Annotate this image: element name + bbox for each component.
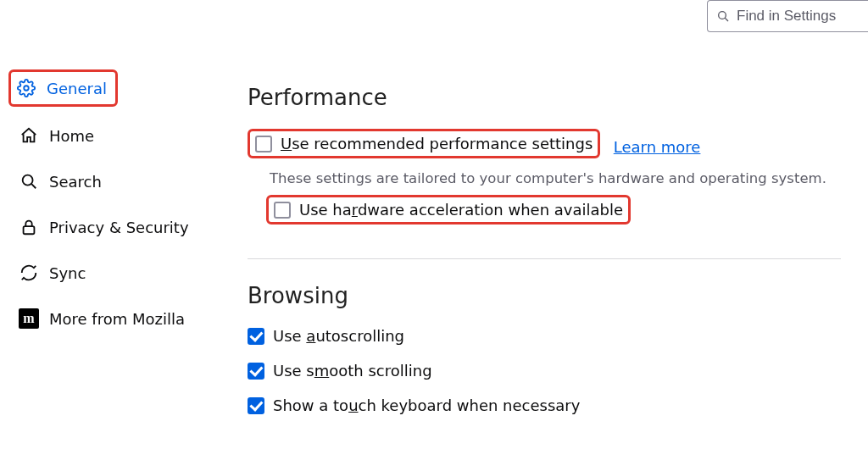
search-icon bbox=[716, 6, 737, 26]
sidebar-item-privacy[interactable]: Privacy & Security bbox=[12, 210, 207, 244]
svg-line-4 bbox=[31, 184, 36, 188]
settings-sidebar: General Home Search Privacy & Security S… bbox=[12, 69, 207, 347]
recommended-perf-highlight: Use recommended performance settings bbox=[248, 129, 600, 158]
search-icon bbox=[19, 171, 39, 191]
gear-icon bbox=[16, 78, 36, 98]
checkbox-label-smooth-scroll[interactable]: Use smooth scrolling bbox=[273, 362, 432, 380]
performance-description: These settings are tailored to your comp… bbox=[270, 170, 841, 186]
checkbox-label-hw-accel[interactable]: Use hardware acceleration when available bbox=[299, 201, 623, 219]
svg-rect-5 bbox=[24, 226, 35, 234]
checkbox-touch-keyboard[interactable] bbox=[248, 397, 264, 414]
performance-heading: Performance bbox=[248, 85, 841, 110]
sidebar-item-more-mozilla[interactable]: m More from Mozilla bbox=[12, 302, 207, 335]
checkbox-label-recommended-perf[interactable]: Use recommended performance settings bbox=[281, 135, 593, 152]
section-divider bbox=[248, 258, 841, 259]
lock-icon bbox=[19, 217, 39, 237]
sidebar-item-home[interactable]: Home bbox=[12, 119, 207, 152]
svg-line-1 bbox=[725, 18, 728, 21]
sidebar-item-label: Privacy & Security bbox=[49, 219, 189, 236]
mozilla-icon: m bbox=[19, 308, 39, 329]
sidebar-item-label: Sync bbox=[49, 264, 86, 282]
svg-point-2 bbox=[24, 86, 29, 91]
settings-search[interactable] bbox=[707, 0, 868, 32]
checkbox-smooth-scroll[interactable] bbox=[248, 363, 264, 380]
sidebar-item-general[interactable]: General bbox=[8, 69, 118, 107]
hw-accel-highlight: Use hardware acceleration when available bbox=[266, 195, 631, 224]
checkbox-label-touch-keyboard[interactable]: Show a touch keyboard when necessary bbox=[273, 396, 580, 414]
sidebar-item-label: Home bbox=[49, 127, 94, 145]
checkbox-autoscroll[interactable] bbox=[248, 328, 264, 345]
search-input[interactable] bbox=[737, 8, 860, 25]
sidebar-item-label: General bbox=[47, 80, 107, 97]
svg-point-0 bbox=[719, 12, 726, 19]
sidebar-item-label: More from Mozilla bbox=[49, 310, 185, 328]
checkbox-recommended-perf[interactable] bbox=[255, 136, 272, 152]
checkbox-label-autoscroll[interactable]: Use autoscrolling bbox=[273, 327, 404, 345]
sidebar-item-sync[interactable]: Sync bbox=[12, 256, 207, 290]
sync-icon bbox=[19, 263, 39, 283]
home-icon bbox=[19, 125, 39, 146]
learn-more-link[interactable]: Learn more bbox=[614, 138, 701, 156]
browsing-heading: Browsing bbox=[248, 283, 841, 308]
checkbox-hw-accel[interactable] bbox=[274, 202, 291, 219]
sidebar-item-search[interactable]: Search bbox=[12, 164, 207, 198]
svg-point-3 bbox=[23, 175, 33, 186]
sidebar-item-label: Search bbox=[49, 173, 102, 191]
